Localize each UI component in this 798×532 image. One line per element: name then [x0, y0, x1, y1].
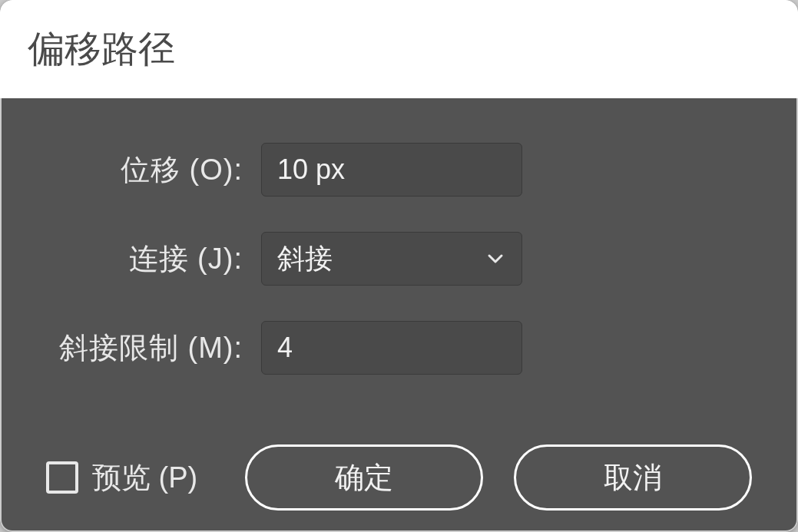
offset-input[interactable]	[261, 143, 522, 197]
label-joins: 连接 (J):	[46, 240, 261, 279]
form: 位移 (O): 连接 (J): 斜接 斜接限制 (M):	[0, 98, 798, 375]
row-offset: 位移 (O):	[46, 143, 752, 197]
chevron-down-icon	[485, 248, 506, 269]
offset-path-dialog: 偏移路径 位移 (O): 连接 (J): 斜接 斜接限制 (M): 预览 (P)	[0, 0, 798, 532]
titlebar: 偏移路径	[0, 0, 798, 98]
dialog-title: 偏移路径	[28, 25, 175, 74]
miter-input[interactable]	[261, 321, 522, 375]
actions: 确定 取消	[245, 444, 752, 511]
preview-checkbox[interactable]	[46, 461, 78, 494]
joins-dropdown-value: 斜接	[277, 240, 333, 278]
ok-button[interactable]: 确定	[245, 444, 483, 511]
preview-label: 预览 (P)	[92, 458, 197, 497]
row-miter: 斜接限制 (M):	[46, 321, 752, 375]
row-joins: 连接 (J): 斜接	[46, 232, 752, 286]
footer: 预览 (P) 确定 取消	[0, 444, 798, 511]
label-miter: 斜接限制 (M):	[46, 329, 261, 368]
preview-checkbox-wrap[interactable]: 预览 (P)	[46, 458, 197, 497]
joins-dropdown[interactable]: 斜接	[261, 232, 522, 286]
label-offset: 位移 (O):	[46, 150, 261, 190]
cancel-button[interactable]: 取消	[514, 444, 752, 511]
